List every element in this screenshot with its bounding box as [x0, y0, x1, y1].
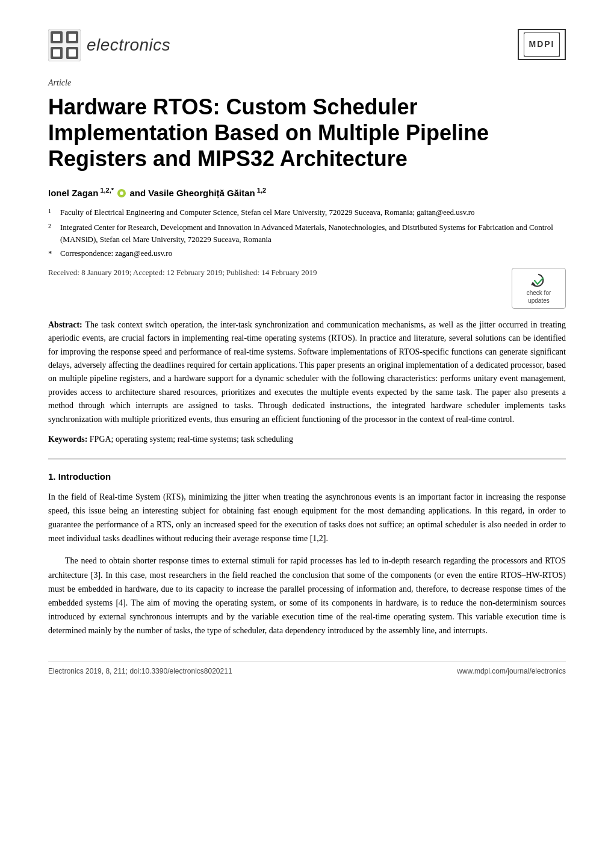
section1-para1: In the field of Real-time System (RTS), … — [48, 490, 566, 545]
svg-marker-11 — [531, 282, 536, 285]
section1-heading: 1. Introduction — [48, 471, 566, 482]
journal-name: electronics — [87, 36, 170, 55]
received-row: Received: 8 January 2019; Accepted: 12 F… — [48, 268, 566, 309]
author-connector: and Vasile Gheorghiță Găitan — [129, 188, 255, 198]
check-updates-text: check forupdates — [527, 289, 551, 305]
svg-rect-7 — [53, 49, 60, 57]
affiliation-2: 2 Integrated Center for Research, Develo… — [48, 222, 566, 245]
correspondence-text: Correspondence: zagan@eed.usv.ro — [60, 247, 172, 259]
affiliation-1: 1 Faculty of Electrical Engineering and … — [48, 206, 566, 220]
svg-rect-6 — [69, 34, 76, 41]
affiliations: 1 Faculty of Electrical Engineering and … — [48, 206, 566, 259]
section1-number: 1. — [48, 471, 58, 482]
abstract-label: Abstract: — [48, 320, 82, 329]
abstract-text: The task context switch operation, the i… — [48, 320, 566, 424]
author1-name: Ionel Zagan — [48, 188, 98, 198]
affil-num-1: 1 — [48, 206, 57, 220]
electronics-logo-icon — [48, 29, 81, 61]
svg-rect-5 — [53, 34, 60, 41]
author2-sup: 1,2 — [255, 187, 266, 194]
affil-num-2: 2 — [48, 222, 57, 245]
author1-sup: 1,2,* — [98, 187, 114, 194]
authors-line: Ionel Zagan 1,2,* and Vasile Gheorghiță … — [48, 187, 566, 198]
correspondence: * Correspondence: zagan@eed.usv.ro — [48, 247, 566, 259]
mdpi-logo: MDPI — [518, 29, 566, 60]
svg-text:MDPI: MDPI — [529, 39, 555, 49]
article-title: Hardware RTOS: Custom Scheduler Implemen… — [48, 94, 566, 172]
logo-area: electronics — [48, 29, 170, 61]
affil-num-star: * — [48, 247, 57, 259]
header: electronics MDPI — [48, 29, 566, 61]
abstract-section: Abstract: The task context switch operat… — [48, 318, 566, 426]
affil-text-2: Integrated Center for Research, Developm… — [60, 222, 566, 245]
affil-text-1: Faculty of Electrical Engineering and Co… — [60, 206, 475, 220]
page-footer: Electronics 2019, 8, 211; doi:10.3390/el… — [48, 662, 566, 675]
keywords-text: FPGA; operating system; real-time system… — [90, 435, 293, 444]
check-for-updates-badge[interactable]: check forupdates — [512, 268, 566, 309]
received-text: Received: 8 January 2019; Accepted: 12 F… — [48, 268, 317, 277]
orcid-icon-1 — [117, 189, 126, 197]
check-updates-icon — [528, 272, 550, 289]
article-type: Article — [48, 78, 566, 88]
keywords-section: Keywords: FPGA; operating system; real-t… — [48, 435, 566, 444]
section1-title: Introduction — [58, 471, 111, 482]
section-divider — [48, 459, 566, 459]
footer-right: www.mdpi.com/journal/electronics — [457, 667, 566, 675]
svg-rect-8 — [69, 49, 76, 57]
page: electronics MDPI Article Hardware RTOS: … — [0, 0, 614, 868]
footer-left: Electronics 2019, 8, 211; doi:10.3390/el… — [48, 667, 232, 675]
section1-para2: The need to obtain shorter response time… — [48, 554, 566, 637]
keywords-label: Keywords: — [48, 435, 87, 444]
